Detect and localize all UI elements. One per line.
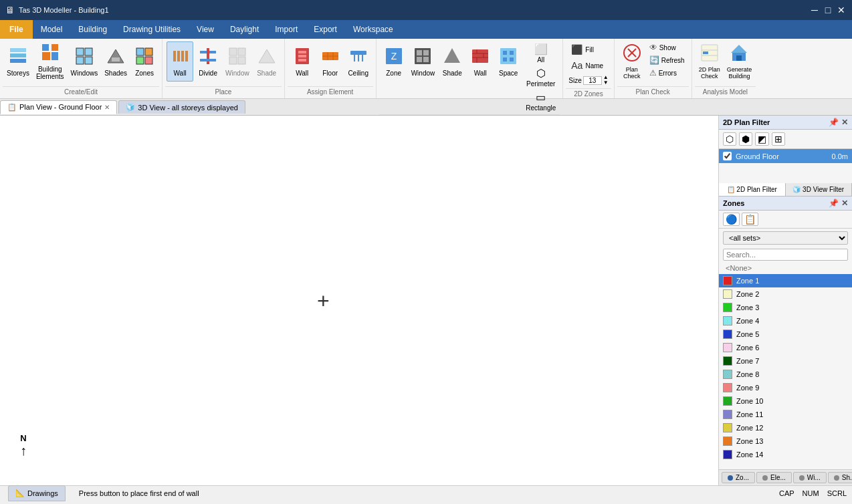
svg-rect-44 — [417, 50, 422, 55]
svg-rect-9 — [76, 57, 84, 64]
pin-icon[interactable]: 📌 — [829, 118, 839, 127]
zones-toolbar-btn-1[interactable]: 🔵 — [723, 213, 740, 226]
wall-assign-button[interactable]: Wall — [289, 41, 316, 82]
floor-checkbox[interactable] — [723, 152, 732, 160]
zo-dot — [728, 475, 733, 481]
close-panel-icon[interactable]: ✕ — [841, 118, 848, 127]
menu-workspace[interactable]: Workspace — [345, 20, 401, 39]
size-input[interactable] — [583, 76, 602, 85]
shades-button[interactable]: Shades — [102, 41, 130, 82]
shade-set-button[interactable]: Shade — [439, 41, 465, 82]
tab-3d-view-filter[interactable]: 🧊 3D View Filter — [786, 183, 853, 196]
maximize-button[interactable]: □ — [823, 5, 833, 15]
ceiling-label: Ceiling — [348, 70, 368, 77]
bottom-tab-zo[interactable]: Zo... — [722, 472, 755, 483]
filter-btn-4[interactable]: ⊞ — [772, 132, 785, 146]
zone-item-3[interactable]: Zone 3 — [719, 301, 852, 314]
title-bar-controls[interactable]: ─ □ ✕ — [809, 5, 847, 15]
tab-3d-view[interactable]: 🧊 3D View - all storeys displayed — [118, 100, 245, 114]
perimeter-button[interactable]: ⬡ Perimeter — [523, 66, 558, 89]
building-elements-button[interactable]: BuildingElements — [33, 41, 67, 82]
zone-item-1[interactable]: Zone 1 — [719, 274, 852, 287]
zone-item-7[interactable]: Zone 7 — [719, 354, 852, 368]
filter-toolbar: ⬡ ⬢ ◩ ⊞ — [719, 130, 852, 149]
menu-view[interactable]: View — [189, 20, 222, 39]
wall-set-button[interactable]: Wall — [467, 41, 494, 82]
zones-toolbar-btn-2[interactable]: 📋 — [742, 213, 758, 226]
drawings-tab[interactable]: 📐 Drawings — [8, 485, 66, 501]
menu-export[interactable]: Export — [306, 20, 345, 39]
zone-item-10[interactable]: Zone 10 — [719, 394, 852, 408]
tab-plan-view-close[interactable]: ✕ — [104, 104, 110, 111]
zone-item-12[interactable]: Zone 12 — [719, 421, 852, 434]
plan-check-button[interactable]: PlanCheck — [619, 41, 645, 82]
zones-search-input[interactable] — [723, 249, 848, 261]
menu-import[interactable]: Import — [267, 20, 306, 39]
divide-button[interactable]: Divide — [195, 41, 221, 82]
filter-btn-3[interactable]: ◩ — [755, 132, 769, 146]
all-button[interactable]: ⬜ All — [523, 41, 558, 65]
name-button[interactable]: Aa Name — [568, 59, 608, 72]
zone-item-14[interactable]: Zone 14 — [719, 448, 852, 461]
bottom-tab-ele[interactable]: Ele... — [756, 472, 792, 483]
show-button[interactable]: 👁 Show — [647, 41, 687, 53]
menu-building[interactable]: Building — [70, 20, 115, 39]
bottom-tab-sh[interactable]: Sh... — [828, 472, 852, 483]
menu-daylight[interactable]: Daylight — [222, 20, 267, 39]
canvas-area[interactable]: + N ↑ — [0, 116, 718, 485]
rectangle-button[interactable]: ▭ Rectangle — [523, 90, 558, 113]
window-place-button[interactable]: Window — [223, 41, 252, 82]
svg-rect-45 — [423, 50, 429, 55]
zone-item-6[interactable]: Zone 6 — [719, 341, 852, 354]
zone-item-2[interactable]: Zone 2 — [719, 287, 852, 301]
tab-plan-view[interactable]: 📋 Plan View - Ground Floor ✕ — [0, 100, 117, 114]
windows-button[interactable]: Windows — [68, 41, 101, 82]
storeys-icon — [9, 47, 27, 68]
floor-button[interactable]: Floor — [317, 41, 344, 82]
zone-item-9[interactable]: Zone 9 — [719, 381, 852, 394]
menu-model[interactable]: Model — [33, 20, 71, 39]
2d-plan-check-button[interactable]: 2D PlanCheck — [696, 41, 723, 82]
svg-rect-13 — [136, 48, 144, 55]
zones-dropdown[interactable]: <all sets> — [723, 231, 848, 245]
menu-file[interactable]: File — [0, 20, 33, 39]
filter-btn-1[interactable]: ⬡ — [723, 132, 736, 146]
generate-building-button[interactable]: GenerateBuilding — [724, 41, 755, 82]
size-down-icon[interactable]: ▼ — [603, 80, 609, 86]
minimize-button[interactable]: ─ — [809, 5, 820, 15]
zone-item-8[interactable]: Zone 8 — [719, 368, 852, 381]
zones-pin-icon[interactable]: 📌 — [829, 199, 839, 208]
zones-close-icon[interactable]: ✕ — [841, 199, 848, 208]
tab-2d-plan-filter[interactable]: 📋 2D Plan Filter — [719, 183, 786, 196]
filter-btn-2[interactable]: ⬢ — [739, 132, 752, 146]
zone-item-13[interactable]: Zone 13 — [719, 434, 852, 448]
zone-none-item[interactable]: <None> — [719, 262, 852, 274]
zone-item-5[interactable]: Zone 5 — [719, 328, 852, 341]
svg-marker-28 — [259, 49, 275, 63]
bottom-tab-wi[interactable]: Wi... — [793, 472, 827, 483]
close-button[interactable]: ✕ — [836, 5, 847, 15]
zone-item-4[interactable]: Zone 4 — [719, 314, 852, 328]
zone-item-11[interactable]: Zone 11 — [719, 408, 852, 421]
space-button[interactable]: Space — [495, 41, 522, 82]
errors-button[interactable]: ⚠ Errors — [647, 67, 687, 79]
ceiling-button[interactable]: Ceiling — [345, 41, 372, 82]
zone-5-color — [723, 330, 732, 339]
refresh-button[interactable]: 🔄 Refresh — [647, 54, 687, 66]
window-set-button[interactable]: Window — [409, 41, 438, 82]
svg-rect-5 — [42, 44, 49, 51]
fill-button[interactable]: ⬛ Fill — [568, 43, 608, 56]
app-icon: 🖥 — [5, 5, 15, 15]
size-label: Size — [568, 77, 581, 84]
2dzones-label: 2D Zones — [566, 88, 611, 99]
wall-place-button[interactable]: Wall — [167, 41, 193, 82]
shade-place-button[interactable]: Shade — [253, 41, 280, 82]
svg-rect-12 — [112, 57, 120, 61]
zone-set-button[interactable]: Z Zone — [381, 41, 407, 82]
wall-place-label: Wall — [174, 70, 187, 77]
plan-check-icon — [623, 43, 641, 65]
ribbon-group-assign: Wall Floor Ceiling Assign Element — [285, 39, 377, 98]
menu-drawing-utilities[interactable]: Drawing Utilities — [115, 20, 189, 39]
zones-button[interactable]: Zones — [131, 41, 158, 82]
storeys-button[interactable]: Storeys — [4, 41, 32, 82]
